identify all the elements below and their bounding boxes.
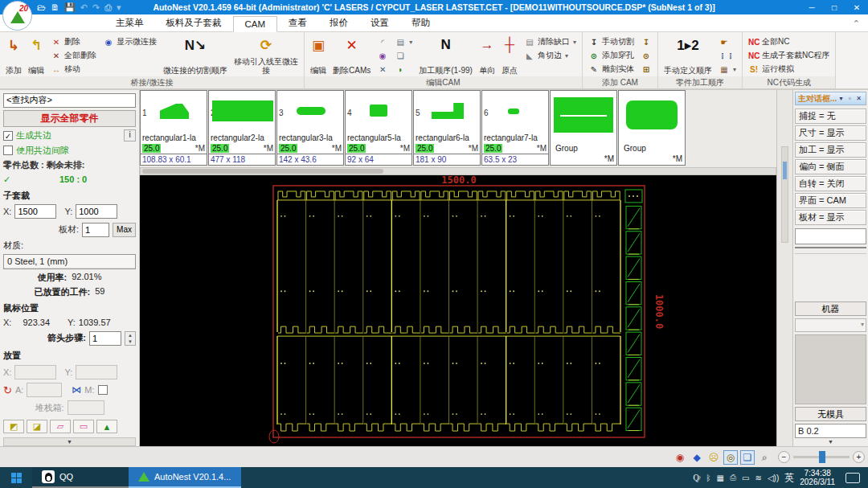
ribbon-button-雕刻实体[interactable]: ✎雕刻实体 (586, 63, 637, 76)
sidebar-collapse-strip[interactable]: ▼ (3, 437, 136, 446)
menu-item-2[interactable]: 板料及子套裁 (155, 14, 233, 31)
ribbon-iconbutton-pierce-abc[interactable]: ⊙ (638, 49, 654, 62)
ribbon-button-移动[interactable]: ↔移动 (48, 63, 99, 76)
panel-dropdown-icon[interactable]: ▾ (837, 95, 845, 102)
part-card-3[interactable]: 3rectangular3-la25.0*M142 x 43.6 (276, 90, 344, 166)
panel-splitter[interactable] (795, 247, 866, 254)
part-card-group-2[interactable]: Group*M (618, 90, 686, 166)
zoom-slider-thumb[interactable] (819, 451, 825, 463)
ribbon-iconbutton-cut-abc[interactable]: ↧ (638, 35, 654, 48)
vertical-scrollbar[interactable] (781, 146, 788, 243)
face-icon[interactable]: ☹ (706, 450, 721, 465)
ribbon-button-手动定义顺序[interactable]: 1▸2手动定义顺序 (661, 34, 714, 76)
ribbon-iconbutton-order-grid[interactable]: ▦▾ (716, 63, 739, 76)
ribbon-button-角切边[interactable]: ◣角切边▾ (522, 49, 579, 62)
notification-center-icon[interactable] (845, 473, 860, 483)
ribbon-button-加工顺序-1-99-[interactable]: N加工顺序(1-99) (416, 34, 475, 76)
panel-toggle-4[interactable]: 偏向 = 侧面 (795, 159, 866, 174)
save-icon[interactable]: 💾 (64, 2, 76, 13)
sheet-x-field[interactable] (14, 204, 56, 219)
close-button[interactable]: ✕ (845, 3, 868, 12)
machine-button[interactable]: 机器 (795, 301, 866, 316)
ribbon-button-删除CAMs[interactable]: ✕删除CAMs (330, 34, 373, 76)
ribbon-iconbutton-leadin-cut[interactable]: ✕ (375, 63, 391, 76)
ribbon-button-原点[interactable]: ┼原点 (499, 34, 520, 76)
ime-indicator[interactable]: 英 (784, 471, 794, 485)
record-icon[interactable]: ◎ (723, 450, 738, 465)
document-icon[interactable]: 🗎 (51, 2, 59, 12)
common-edge-gap-checkbox[interactable] (3, 146, 13, 155)
panel-close-icon[interactable]: ✕ (854, 95, 863, 102)
menu-item-3[interactable]: CAM (233, 16, 278, 32)
machine-dropdown[interactable]: ▾ (795, 318, 866, 332)
magnifier-icon[interactable]: ⌕ (757, 450, 772, 465)
ribbon-collapse-icon[interactable]: ⌃ (853, 18, 860, 29)
redo-icon[interactable]: ↷ (92, 2, 100, 13)
ribbon-iconbutton-order-list[interactable]: ⋮⋮ (716, 49, 739, 62)
ribbon-button-单向[interactable]: →单向 (477, 34, 497, 76)
ribbon-button-添加穿孔[interactable]: ⊙添加穿孔 (586, 49, 637, 62)
ribbon-button-显示微连接[interactable]: ◉显示微连接 (100, 35, 159, 48)
bluetooth-icon[interactable]: ᛒ (706, 474, 711, 482)
ribbon-button-添加[interactable]: ↳添加 (3, 34, 24, 76)
butterfly-part-icon[interactable]: ◪ (27, 420, 47, 433)
material-dropdown[interactable]: 0 Steel, 1 (mm) (3, 254, 136, 269)
ribbon-button-全部NC[interactable]: NC全部NC (746, 35, 832, 48)
panel-toggle-6[interactable]: 界面 = CAM (795, 193, 866, 208)
wifi-icon[interactable]: ≋ (755, 474, 762, 482)
die-field[interactable]: B 0.2 (795, 424, 866, 438)
taskbar-app-qq[interactable]: QQ (32, 467, 129, 488)
common-edge-checkbox[interactable]: ✓ (3, 131, 13, 141)
nesting-canvas[interactable]: 1500.01000.0 (140, 175, 776, 446)
ribbon-button-编辑[interactable]: ↰编辑 (26, 34, 47, 76)
battery-icon[interactable]: ▭ (742, 474, 749, 482)
nest-result-icon[interactable]: ◉ (673, 450, 687, 465)
blue-app-icon[interactable]: ▦ (717, 474, 724, 482)
app-logo[interactable]: 20 (2, 1, 32, 31)
show-all-parts-button[interactable]: 显示全部零件 (3, 110, 136, 127)
panel-collapse-strip[interactable]: ▼ (795, 438, 866, 446)
butterfly-nest-icon[interactable]: ◩ (3, 420, 24, 433)
ribbon-button-微连接的切割顺序[interactable]: N↘微连接的切割顺序 (161, 34, 230, 76)
panel-toggle-7[interactable]: 板材 = 显示 (795, 210, 866, 225)
menu-item-5[interactable]: 报价 (318, 14, 359, 31)
sheet-count-field[interactable] (82, 223, 109, 237)
qat-dropdown-icon[interactable]: ▾ (117, 2, 121, 13)
undo-icon[interactable]: ↶ (80, 2, 88, 13)
menu-item-7[interactable]: 帮助 (400, 14, 441, 31)
minimize-button[interactable]: ─ (800, 3, 823, 12)
ribbon-iconbutton-leadin-curve[interactable]: ◜ (375, 35, 391, 48)
ribbon-button-运行模拟[interactable]: S!运行模拟 (746, 63, 832, 76)
search-input[interactable] (3, 93, 136, 108)
ribbon-button-生成子套裁NC程序[interactable]: NC生成子套裁NC程序 (746, 49, 832, 62)
menu-item-1[interactable]: 主菜单 (104, 14, 155, 31)
parts-scrollbar[interactable] (140, 167, 776, 175)
print-icon[interactable]: ⎙ (104, 2, 112, 13)
ribbon-button-清除缺口[interactable]: ▤清除缺口▾ (522, 35, 579, 48)
new-icon[interactable]: 🗁 (37, 2, 46, 12)
pink-sheet-icon[interactable]: ▭ (73, 420, 94, 433)
parts-scrollbar-thumb[interactable] (142, 169, 383, 174)
zoom-out-button[interactable]: − (778, 451, 790, 463)
ribbon-button-手动切割[interactable]: ↧手动切割 (586, 35, 637, 48)
maximize-button[interactable]: □ (823, 3, 845, 12)
panel-toggle-2[interactable]: 尺寸 = 显示 (795, 125, 866, 141)
part-card-2[interactable]: 2rectangular2-la25.0*M477 x 118 (208, 90, 276, 166)
info-button[interactable]: i (124, 129, 136, 141)
part-card-4[interactable]: 4rectangular5-la25.0*M92 x 64 (345, 90, 412, 166)
part-card-5[interactable]: 5rectangular6-la25.0*M181 x 90 (413, 90, 481, 166)
start-button[interactable] (0, 467, 32, 488)
ribbon-iconbutton-engrave-abc[interactable]: ⊞ (638, 63, 654, 76)
ribbon-button-编辑[interactable]: ▣编辑 (308, 34, 329, 76)
sheet-y-field[interactable] (76, 204, 117, 219)
zoom-slider-track[interactable] (793, 456, 850, 458)
usb-icon[interactable]: ⎙ (730, 473, 736, 482)
panel-toggle-1[interactable]: 捕捉 = 无 (795, 109, 866, 124)
ribbon-iconbutton-leadin-face[interactable]: ◉ (375, 49, 391, 62)
layers-icon[interactable]: ❏ (740, 450, 755, 465)
pink-part-icon[interactable]: ▱ (50, 420, 71, 433)
arrow-step-field[interactable] (89, 331, 121, 346)
panel-pin-icon[interactable]: ▫ (845, 95, 854, 102)
gem-icon[interactable]: ◆ (690, 450, 704, 465)
zoom-in-button[interactable]: + (853, 451, 865, 463)
